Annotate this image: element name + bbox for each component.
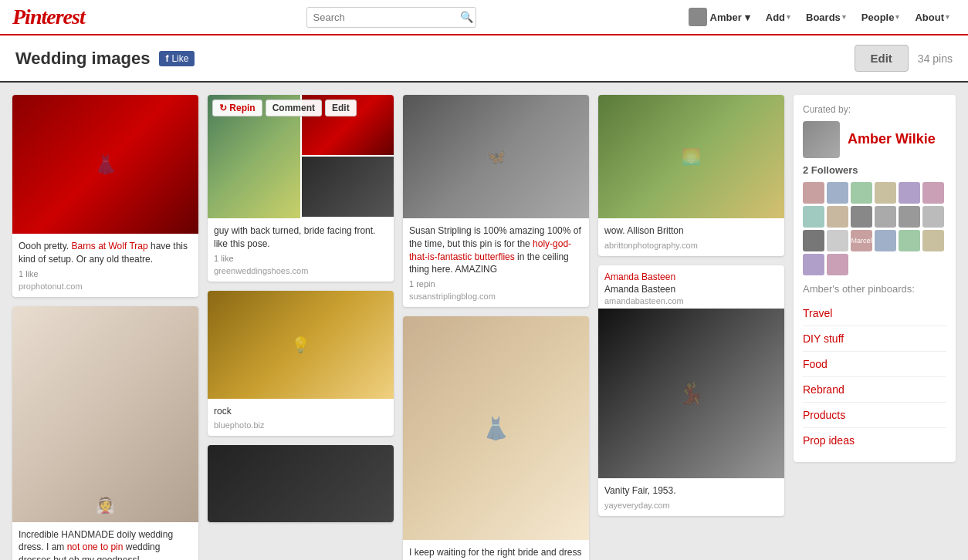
- follower-avatar[interactable]: [922, 206, 944, 228]
- pin-source: greenweddingshoes.com: [214, 266, 388, 275]
- pinboard-food[interactable]: Food: [803, 352, 946, 377]
- pin-image: 🦋: [403, 95, 589, 218]
- search-wrapper: 🔍: [306, 7, 476, 28]
- sidebar: Curated by: Amber Wilkie 2 Followers: [794, 95, 956, 560]
- curator-name[interactable]: Amber Wilkie: [848, 132, 936, 147]
- pin-link[interactable]: holy-god-that-is-fantastic butterflies: [409, 238, 571, 262]
- follower-avatar[interactable]: [851, 182, 872, 204]
- pin-card: 🦋 Susan Stripling is 100% amazing 100% o…: [403, 95, 589, 307]
- follower-avatar[interactable]: [803, 254, 824, 275]
- pin-source: abrittonphotography.com: [604, 241, 778, 250]
- pin-author[interactable]: Amanda Basteen: [604, 272, 778, 282]
- search-input[interactable]: [306, 7, 476, 28]
- pinboards-list: Travel DIY stuff Food Rebrand Products P…: [803, 301, 946, 453]
- pins-count: 34 pins: [918, 52, 953, 65]
- page-title: Wedding images: [15, 49, 150, 69]
- pin-column-1: 👗 Oooh pretty. Barns at Wolf Trap have t…: [12, 95, 198, 560]
- sub-header: Wedding images f Like Edit 34 pins: [0, 35, 968, 83]
- pin-description: Oooh pretty. Barns at Wolf Trap have thi…: [19, 240, 192, 266]
- pin-description: Vanity Fair, 1953.: [604, 484, 778, 498]
- follower-avatar[interactable]: [827, 230, 848, 251]
- nav-people[interactable]: People ▾: [855, 7, 906, 28]
- follower-avatar[interactable]: [899, 182, 920, 204]
- pinboard-rebrand[interactable]: Rebrand: [803, 377, 946, 403]
- pin-source: amandabasteen.com: [604, 296, 778, 305]
- pin-description: I keep waiting for the right bride and d…: [409, 546, 583, 560]
- pin-description: wow. Allison Britton: [604, 224, 778, 238]
- pin-source: susanstriplingblog.com: [409, 292, 583, 301]
- follower-avatar[interactable]: [827, 254, 848, 275]
- user-menu[interactable]: Amber ▾: [682, 5, 756, 29]
- pin-source: yayeveryday.com: [604, 501, 778, 510]
- pins-area: 👗 Oooh pretty. Barns at Wolf Trap have t…: [12, 95, 784, 560]
- follower-avatar[interactable]: [875, 206, 896, 228]
- pin-body: rock bluephoto.biz: [208, 399, 394, 437]
- pin-body: Vanity Fair, 1953. yayeveryday.com: [598, 478, 784, 516]
- edit-button[interactable]: Edit: [855, 45, 909, 72]
- pin-card: ↻ Repin Comment Edit guy with back turne…: [208, 95, 394, 282]
- follower-avatar[interactable]: [875, 230, 896, 251]
- pin-body: guy with back turned, bride facing front…: [208, 218, 394, 282]
- about-label: About: [915, 12, 944, 23]
- about-caret-icon: ▾: [946, 13, 949, 21]
- pin-body: Susan Stripling is 100% amazing 100% of …: [403, 218, 589, 307]
- pinboards-label: Amber's other pinboards:: [803, 283, 946, 295]
- edit-pin-button[interactable]: Edit: [325, 100, 357, 116]
- pin-image: [302, 157, 394, 217]
- pin-description: guy with back turned, bride facing front…: [214, 224, 388, 251]
- follower-avatar[interactable]: [899, 206, 920, 228]
- follower-avatar[interactable]: [827, 206, 848, 228]
- search-icon[interactable]: 🔍: [460, 11, 473, 23]
- fb-like-label: Like: [171, 53, 188, 64]
- pinboard-diy[interactable]: DIY stuff: [803, 326, 946, 352]
- follower-avatar[interactable]: [827, 182, 848, 204]
- pinboard-prop-ideas[interactable]: Prop ideas: [803, 428, 946, 453]
- people-caret-icon: ▾: [895, 13, 899, 21]
- fb-icon: f: [165, 53, 168, 64]
- pinboard-products[interactable]: Products: [803, 403, 946, 428]
- follower-avatar[interactable]: [922, 230, 944, 251]
- pin-likes: 1 like: [214, 254, 388, 263]
- add-caret-icon: ▾: [787, 13, 790, 21]
- nav-add[interactable]: Add ▾: [760, 7, 797, 28]
- facebook-like-button[interactable]: f Like: [159, 51, 195, 66]
- follower-avatar[interactable]: [922, 182, 944, 204]
- pin-column-4: 🌅 wow. Allison Britton abrittonphotograp…: [598, 95, 784, 516]
- pin-body: wow. Allison Britton abrittonphotography…: [598, 218, 784, 256]
- follower-avatar[interactable]: [851, 206, 872, 228]
- curated-profile: Amber Wilkie: [803, 121, 946, 158]
- comment-button[interactable]: Comment: [266, 100, 322, 116]
- curator-avatar: [803, 121, 840, 158]
- follower-avatar[interactable]: [899, 230, 920, 251]
- pin-likes: 1 like: [19, 269, 192, 278]
- pinboard-name: Prop ideas: [803, 434, 855, 447]
- pin-description: rock: [214, 405, 388, 418]
- nav-about[interactable]: About ▾: [909, 7, 956, 28]
- pin-image: 👗: [403, 316, 589, 540]
- pin-link[interactable]: not one to pin: [67, 541, 124, 552]
- follower-avatar[interactable]: Marcel Thumb: [851, 230, 872, 251]
- repin-button[interactable]: ↻ Repin: [212, 100, 262, 116]
- followers-grid: Marcel Thumb: [803, 182, 946, 275]
- pin-description: Susan Stripling is 100% amazing 100% of …: [409, 224, 583, 276]
- follower-avatar[interactable]: [803, 182, 824, 204]
- pin-link[interactable]: Barns at Wolf Trap: [71, 241, 147, 251]
- pin-column-3: 🦋 Susan Stripling is 100% amazing 100% o…: [403, 95, 589, 560]
- follower-avatar[interactable]: [803, 206, 824, 228]
- user-caret-icon: ▾: [745, 12, 750, 23]
- pin-description: Incredible HANDMADE doily wedding dress.…: [19, 528, 192, 560]
- sub-header-left: Wedding images f Like: [15, 49, 195, 69]
- people-label: People: [861, 12, 895, 23]
- pin-body: Amanda Basteen Amanda Basteen amandabast…: [598, 265, 784, 309]
- follower-avatar[interactable]: [803, 230, 824, 251]
- pin-image: 👰: [12, 306, 198, 522]
- nav-boards[interactable]: Boards ▾: [800, 7, 852, 28]
- follower-avatar[interactable]: [875, 182, 896, 204]
- pinboard-name: Travel: [803, 307, 832, 319]
- pin-actions: ↻ Repin Comment Edit: [212, 100, 357, 116]
- followers-label: 2 Followers: [803, 164, 946, 176]
- logo[interactable]: Pinterest: [12, 5, 85, 29]
- pin-source: bluephoto.biz: [214, 420, 388, 430]
- add-label: Add: [766, 12, 785, 23]
- pinboard-travel[interactable]: Travel: [803, 301, 946, 326]
